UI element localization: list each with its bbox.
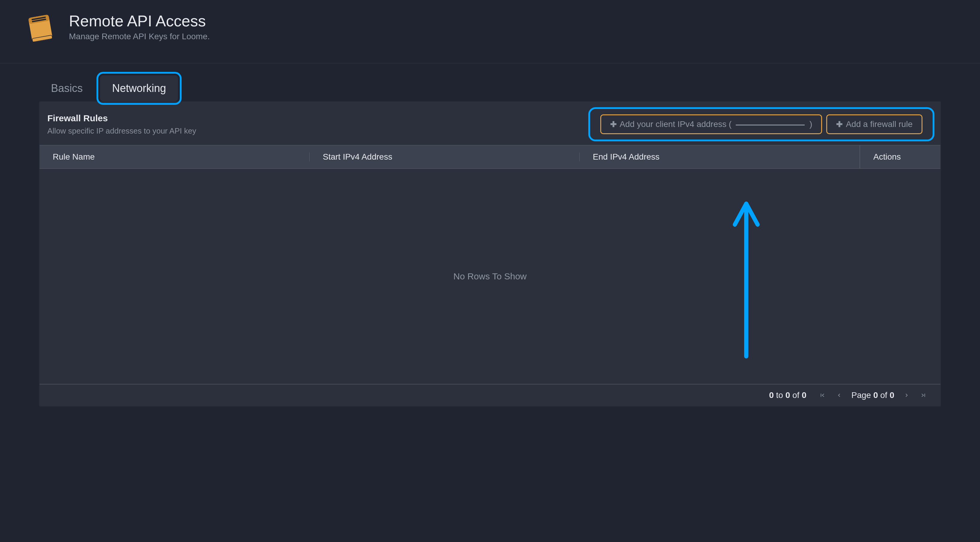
col-actions: Actions <box>859 146 940 168</box>
client-ip-blank <box>736 123 805 125</box>
col-end-ipv4[interactable]: End IPv4 Address <box>580 146 859 168</box>
table-body: No Rows To Show <box>40 169 940 385</box>
page-header: Remote API Access Manage Remote API Keys… <box>0 0 980 63</box>
page-title: Remote API Access <box>69 12 210 30</box>
add-client-ip-button[interactable]: ✚ Add your client IPv4 address ( ) <box>600 114 822 134</box>
empty-message: No Rows To Show <box>453 271 527 282</box>
pager-of-word: of <box>792 390 799 400</box>
tab-basics[interactable]: Basics <box>39 76 95 101</box>
add-firewall-rule-label: Add a firewall rule <box>846 119 913 129</box>
panel-title: Firewall Rules <box>47 113 196 124</box>
plus-icon: ✚ <box>836 120 843 129</box>
pager-page-num: 0 <box>873 390 878 400</box>
header-text: Remote API Access Manage Remote API Keys… <box>69 12 210 41</box>
pager-range: 0 to 0 of 0 <box>769 390 807 400</box>
pager-from: 0 <box>769 390 774 400</box>
pager-of-word-2: of <box>880 390 887 400</box>
pager: 0 to 0 of 0 Page 0 <box>40 385 940 406</box>
pager-pages: 0 <box>889 390 894 400</box>
panel-firewall: Firewall Rules Allow specific IP address… <box>39 101 941 407</box>
col-start-ipv4[interactable]: Start IPv4 Address <box>310 146 579 168</box>
panel-header-text: Firewall Rules Allow specific IP address… <box>47 113 196 136</box>
add-client-ip-label-prefix: Add your client IPv4 address ( <box>620 119 732 129</box>
pager-to-word: to <box>776 390 783 400</box>
prev-page-icon[interactable] <box>835 391 844 400</box>
add-firewall-rule-button[interactable]: ✚ Add a firewall rule <box>826 114 923 134</box>
tabs: Basics Networking <box>39 76 941 101</box>
tab-networking[interactable]: Networking <box>100 76 178 101</box>
pager-to: 0 <box>786 390 790 400</box>
pager-controls: Page 0 of 0 <box>818 390 928 400</box>
page-subtitle: Manage Remote API Keys for Loome. <box>69 32 210 41</box>
add-client-ip-label-suffix: ) <box>810 119 812 129</box>
first-page-icon[interactable] <box>818 391 827 400</box>
next-page-icon[interactable] <box>902 391 911 400</box>
pager-page-word: Page <box>851 390 871 400</box>
last-page-icon[interactable] <box>919 391 928 400</box>
table-header: Rule Name Start IPv4 Address End IPv4 Ad… <box>40 145 940 169</box>
pager-page: Page 0 of 0 <box>851 390 894 400</box>
book-icon <box>24 12 57 45</box>
page-root: Remote API Access Manage Remote API Keys… <box>0 0 980 418</box>
panel-header: Firewall Rules Allow specific IP address… <box>40 102 940 145</box>
panel-subtitle: Allow specific IP addresses to your API … <box>47 126 196 136</box>
content: Basics Networking Firewall Rules Allow s… <box>0 63 980 418</box>
pager-total: 0 <box>802 390 807 400</box>
panel-actions: ✚ Add your client IPv4 address ( ) ✚ Add… <box>590 109 933 139</box>
col-rule-name[interactable]: Rule Name <box>40 146 309 168</box>
plus-icon: ✚ <box>610 120 617 129</box>
